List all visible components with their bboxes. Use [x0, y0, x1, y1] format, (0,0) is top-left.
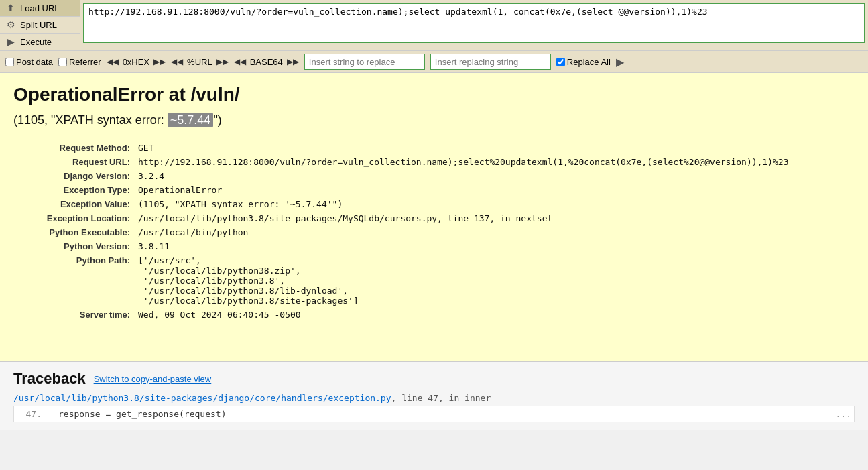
- table-row: Django Version: 3.2.4: [13, 169, 855, 183]
- subtitle-prefix: (1105, "XPATH syntax error:: [13, 113, 168, 127]
- url-encode-group: ◀◀ %URL ▶▶: [171, 57, 229, 67]
- python-path-label: Python Path:: [13, 253, 134, 308]
- url-arrow-right[interactable]: ▶▶: [216, 57, 229, 66]
- insert-string-input[interactable]: [304, 54, 425, 70]
- request-url-label: Request URL:: [13, 155, 134, 169]
- server-time-value: Wed, 09 Oct 2024 06:40:45 -0500: [134, 308, 855, 322]
- post-data-checkbox[interactable]: [5, 58, 14, 66]
- python-path-value: ['/usr/src', '/usr/local/lib/python38.zi…: [134, 253, 855, 308]
- insert-replacing-input[interactable]: [430, 54, 551, 70]
- replace-arrow-right[interactable]: ▶: [616, 56, 624, 68]
- options-row: Post data Referrer ◀◀ 0xHEX ▶▶ ◀◀ %URL ▶…: [0, 51, 868, 72]
- hex-encode-group: ◀◀ 0xHEX ▶▶: [107, 57, 166, 67]
- exception-value-label: Exception Value:: [13, 197, 134, 211]
- ellipsis: ...: [836, 409, 851, 419]
- table-row: Python Version: 3.8.11: [13, 239, 855, 253]
- exception-type-value: OperationalError: [134, 183, 855, 197]
- traceback-file-link[interactable]: /usr/local/lib/python3.8/site-packages/d…: [13, 393, 391, 403]
- traceback-title: Traceback: [13, 370, 86, 388]
- split-url-button[interactable]: ⚙ Split URL: [0, 17, 80, 34]
- error-subtitle: (1105, "XPATH syntax error: ~5.7.44"): [13, 113, 855, 127]
- exception-location-value: /usr/local/lib/python3.8/site-packages/M…: [134, 211, 855, 225]
- exception-type-label: Exception Type:: [13, 183, 134, 197]
- exception-location-label: Exception Location:: [13, 211, 134, 225]
- info-table: Request Method: GET Request URL: http://…: [13, 141, 855, 322]
- base64-arrow-right[interactable]: ▶▶: [287, 57, 299, 66]
- exception-value-value: (1105, "XPATH syntax error: '~5.7.44'"): [134, 197, 855, 211]
- referrer-checkbox-label[interactable]: Referrer: [58, 57, 101, 67]
- request-method-value: GET: [134, 141, 855, 155]
- code-lineno: 47.: [17, 409, 50, 419]
- django-version-label: Django Version:: [13, 169, 134, 183]
- error-title: OperationalError at /vuln/: [13, 84, 855, 105]
- url-row: ⬆ Load URL ⚙ Split URL ▶ Execute http://…: [0, 0, 868, 51]
- table-row: Request URL: http://192.168.91.128:8000/…: [13, 155, 855, 169]
- base64-encode-group: ◀◀ BASE64 ▶▶: [234, 57, 299, 67]
- python-executable-value: /usr/local/bin/python: [134, 225, 855, 239]
- base64-arrow-left[interactable]: ◀◀: [234, 57, 246, 66]
- execute-button[interactable]: ▶ Execute: [0, 34, 80, 50]
- url-arrow-left[interactable]: ◀◀: [171, 57, 183, 66]
- code-line: 47. response = get_response(request) ...: [17, 409, 851, 419]
- request-url-value: http://192.168.91.128:8000/vuln/?order=v…: [134, 155, 855, 169]
- url-input[interactable]: http://192.168.91.128:8000/vuln/?order=v…: [83, 3, 865, 43]
- python-version-value: 3.8.11: [134, 239, 855, 253]
- execute-icon: ▶: [5, 36, 16, 47]
- traceback-file-suffix: , line 47, in inner: [391, 393, 491, 403]
- traceback-header: Traceback Switch to copy-and-paste view: [13, 370, 855, 388]
- table-row: Python Path: ['/usr/src', '/usr/local/li…: [13, 253, 855, 308]
- split-icon: ⚙: [5, 19, 16, 30]
- traceback-file-path: /usr/local/lib/python3.8/site-packages/d…: [13, 393, 855, 403]
- toolbar: ⬆ Load URL ⚙ Split URL ▶ Execute http://…: [0, 0, 868, 73]
- subtitle-highlight: ~5.7.44: [168, 113, 214, 127]
- replace-all-label[interactable]: Replace All: [556, 57, 611, 67]
- python-executable-label: Python Executable:: [13, 225, 134, 239]
- switch-to-paste-link[interactable]: Switch to copy-and-paste view: [94, 374, 212, 384]
- traceback-section: Traceback Switch to copy-and-paste view …: [0, 361, 868, 430]
- main-content: OperationalError at /vuln/ (1105, "XPATH…: [0, 73, 868, 361]
- post-data-checkbox-label[interactable]: Post data: [5, 57, 53, 67]
- subtitle-suffix: "): [213, 113, 221, 127]
- code-text: response = get_response(request): [58, 409, 226, 419]
- python-version-label: Python Version:: [13, 239, 134, 253]
- hex-arrow-left[interactable]: ◀◀: [107, 57, 119, 66]
- left-buttons: ⬆ Load URL ⚙ Split URL ▶ Execute: [0, 0, 80, 50]
- table-row: Server time: Wed, 09 Oct 2024 06:40:45 -…: [13, 308, 855, 322]
- referrer-checkbox[interactable]: [58, 58, 67, 66]
- load-url-button[interactable]: ⬆ Load URL: [0, 0, 80, 17]
- table-row: Python Executable: /usr/local/bin/python: [13, 225, 855, 239]
- replace-all-checkbox[interactable]: [556, 58, 565, 66]
- load-icon: ⬆: [5, 3, 16, 13]
- url-input-area: http://192.168.91.128:8000/vuln/?order=v…: [80, 0, 868, 50]
- server-time-label: Server time:: [13, 308, 134, 322]
- table-row: Exception Value: (1105, "XPATH syntax er…: [13, 197, 855, 211]
- code-block: 47. response = get_response(request) ...: [13, 406, 855, 422]
- table-row: Exception Location: /usr/local/lib/pytho…: [13, 211, 855, 225]
- table-row: Request Method: GET: [13, 141, 855, 155]
- table-row: Exception Type: OperationalError: [13, 183, 855, 197]
- django-version-value: 3.2.4: [134, 169, 855, 183]
- request-method-label: Request Method:: [13, 141, 134, 155]
- hex-arrow-right[interactable]: ▶▶: [153, 57, 166, 66]
